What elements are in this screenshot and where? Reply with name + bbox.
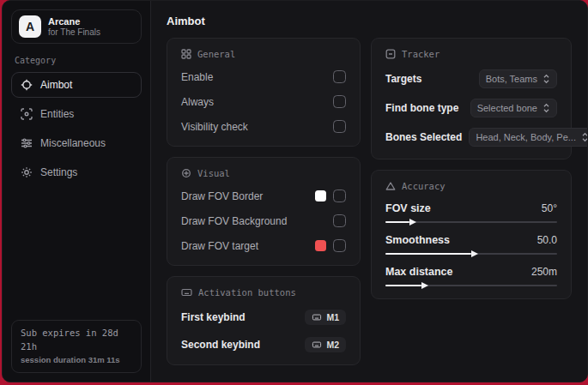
slider-row: Max distance 250m <box>385 266 557 286</box>
setting-row: Always <box>181 94 346 109</box>
visual-card: Visual Draw FOV Border Draw FOV Backgrou… <box>167 157 361 266</box>
enable-checkbox[interactable] <box>333 70 346 83</box>
slider-fill <box>385 253 471 255</box>
general-card: General Enable Always Visibility check <box>167 38 361 147</box>
setting-row: Draw FOV target <box>181 238 346 253</box>
setting-label: Find bone type <box>385 102 464 114</box>
setting-label: Second keybind <box>181 339 298 351</box>
keyboard-icon <box>312 340 322 349</box>
slider-label: Smoothness <box>385 234 537 246</box>
setting-row: Draw FOV Border <box>181 189 346 203</box>
setting-row: Find bone type Selected bone <box>385 99 557 117</box>
setting-label: Targets <box>385 73 472 85</box>
draw-fov-target-checkbox[interactable] <box>333 239 346 252</box>
sidebar-item-label: Aimbot <box>40 79 72 91</box>
subscription-info: Sub expires in 28d 21h session duration … <box>11 320 142 373</box>
keybind-value: M1 <box>326 312 339 322</box>
fov-size-slider[interactable] <box>385 221 557 223</box>
slider-row: FOV size 50° <box>385 202 557 223</box>
slider-value: 250m <box>531 266 557 278</box>
app-logo: A <box>19 15 41 38</box>
triangle-icon <box>385 181 396 191</box>
card-title: General <box>197 49 235 59</box>
fov-target-color-swatch[interactable] <box>315 240 326 251</box>
setting-label: First keybind <box>181 311 298 323</box>
sidebar-item-settings[interactable]: Settings <box>11 159 142 185</box>
card-title: Activation buttons <box>198 287 296 298</box>
dropdown-value: Head, Neck, Body, Pe... <box>476 132 576 142</box>
slider-fill <box>385 221 409 223</box>
brand-card: A Arcane for The Finals <box>11 9 142 44</box>
sidebar-item-aimbot[interactable]: Aimbot <box>11 72 142 98</box>
slider-value: 50° <box>542 202 557 214</box>
sliders-icon <box>21 137 33 149</box>
fov-border-color-swatch[interactable] <box>315 190 326 202</box>
app-name: Arcane <box>48 16 115 27</box>
setting-row: First keybind M1 <box>181 310 346 325</box>
smoothness-slider[interactable] <box>385 253 557 255</box>
setting-label: Visibility check <box>181 121 326 133</box>
visibility-check-checkbox[interactable] <box>333 120 346 133</box>
activation-card: Activation buttons First keybind M1 <box>167 276 361 365</box>
setting-label: Enable <box>181 71 326 83</box>
page-title: Aimbot <box>167 15 572 27</box>
crosshair-icon <box>21 79 33 91</box>
slider-label: FOV size <box>385 202 542 214</box>
category-label: Category <box>15 56 138 65</box>
draw-fov-border-checkbox[interactable] <box>333 189 346 202</box>
first-keybind-button[interactable]: M1 <box>305 310 346 325</box>
draw-fov-background-checkbox[interactable] <box>333 214 346 227</box>
grid-icon <box>181 49 191 59</box>
always-checkbox[interactable] <box>333 95 346 108</box>
slider-value: 50.0 <box>537 234 557 246</box>
app-window: A Arcane for The Finals Category Aimbot <box>2 0 588 382</box>
keyboard-icon <box>181 287 192 298</box>
setting-label: Draw FOV Background <box>181 215 326 227</box>
keyboard-icon <box>312 313 322 322</box>
sidebar-item-label: Entities <box>40 108 74 120</box>
setting-row: Draw FOV Background <box>181 214 346 228</box>
setting-row: Bones Selected Head, Neck, Body, Pe... <box>385 128 557 147</box>
chevrons-updown-icon <box>543 103 550 113</box>
session-duration-text: session duration 31m 11s <box>21 354 132 366</box>
gear-icon <box>21 166 33 178</box>
target-icon[interactable] <box>122 21 134 33</box>
sidebar-item-miscellaneous[interactable]: Miscellaneous <box>11 130 142 156</box>
sidebar: A Arcane for The Finals Category Aimbot <box>3 1 151 382</box>
card-title: Accuracy <box>402 181 446 191</box>
dropdown-value: Bots, Teams <box>486 74 537 84</box>
chevrons-updown-icon <box>581 132 587 142</box>
setting-label: Always <box>181 96 326 108</box>
sidebar-item-label: Miscellaneous <box>40 137 106 149</box>
targets-dropdown[interactable]: Bots, Teams <box>479 69 557 88</box>
find-bone-type-dropdown[interactable]: Selected bone <box>470 99 557 117</box>
box-minus-icon <box>385 49 396 59</box>
setting-label: Bones Selected <box>385 131 462 143</box>
tracker-card: Tracker Targets Bots, Teams Find bone ty… <box>371 38 572 159</box>
app-subtitle: for The Finals <box>48 27 115 38</box>
slider-row: Smoothness 50.0 <box>385 234 557 255</box>
card-title: Tracker <box>402 49 439 59</box>
scan-icon <box>21 108 33 120</box>
crosshair-circle-icon <box>181 168 191 178</box>
second-keybind-button[interactable]: M2 <box>305 337 346 352</box>
sub-expiry-text: Sub expires in 28d 21h <box>21 327 132 354</box>
max-distance-slider[interactable] <box>385 285 557 286</box>
setting-row: Visibility check <box>181 119 346 134</box>
slider-fill <box>385 285 421 286</box>
bones-selected-dropdown[interactable]: Head, Neck, Body, Pe... <box>469 128 587 147</box>
accuracy-card: Accuracy FOV size 50° Smoothness <box>371 170 572 299</box>
sidebar-item-label: Settings <box>40 166 77 178</box>
setting-row: Second keybind M2 <box>181 337 346 352</box>
setting-row: Targets Bots, Teams <box>385 69 557 88</box>
keybind-value: M2 <box>326 340 339 350</box>
setting-row: Enable <box>181 69 346 84</box>
card-title: Visual <box>197 168 230 178</box>
main-content: Aimbot General Enable <box>151 1 587 382</box>
slider-label: Max distance <box>385 266 531 278</box>
setting-label: Draw FOV Border <box>181 190 308 202</box>
chevrons-updown-icon <box>543 74 550 84</box>
setting-label: Draw FOV target <box>181 240 308 252</box>
dropdown-value: Selected bone <box>477 103 537 113</box>
sidebar-item-entities[interactable]: Entities <box>11 101 142 127</box>
